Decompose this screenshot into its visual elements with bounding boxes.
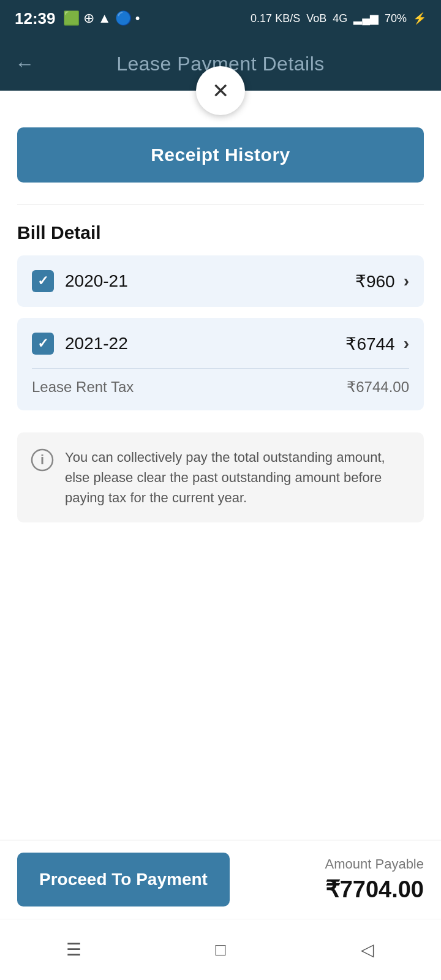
bill-amount-2020: ₹960 [355,271,395,292]
battery-icon: ⚡ [413,12,426,25]
bill-row-2021[interactable]: ✓ 2021-22 ₹6744 › Lease Rent Tax ₹6744.0… [17,318,424,410]
status-right: 0.17 KB/S VoB 4G ▂▄▆ 70% ⚡ [251,12,426,25]
notification-icons: 🟩 ⊕ ▲ 🔵 • [63,10,140,26]
android-back-icon: ◁ [361,940,374,960]
signal-bars: ▂▄▆ [353,12,379,25]
android-menu-button[interactable]: ☰ [55,932,92,968]
home-icon: □ [216,940,226,960]
main-content: Receipt History Bill Detail ✓ 2020-21 ₹9… [0,91,441,522]
menu-icon: ☰ [66,940,81,960]
chevron-right-2020: › [404,271,409,291]
bill-row-header-2020: ✓ 2020-21 ₹960 › [32,270,409,292]
android-back-button[interactable]: ◁ [349,932,386,968]
status-time: 12:39 [15,9,56,28]
bill-year-2020: 2020-21 [65,271,128,291]
bill-detail-title: Bill Detail [17,222,424,243]
info-icon: i [31,448,54,472]
divider-1 [17,205,424,205]
bill-row-left-2020: ✓ 2020-21 [32,270,128,292]
checkmark-2020: ✓ [37,273,48,289]
android-nav-bar: ☰ □ ◁ [0,919,441,980]
bill-amount-row-2020: ₹960 › [355,271,409,292]
bottom-bar: Proceed To Payment Amount Payable ₹7704.… [0,840,441,919]
svg-text:i: i [40,452,44,467]
info-box: i You can collectively pay the total out… [17,432,424,522]
bill-row-left-2021: ✓ 2021-22 [32,333,128,355]
bill-amount-2021: ₹6744 [345,334,394,354]
status-bar: 12:39 🟩 ⊕ ▲ 🔵 • 0.17 KB/S VoB 4G ▂▄▆ 70%… [0,0,441,37]
checkmark-2021: ✓ [37,336,48,352]
close-button[interactable]: ✕ [196,66,245,115]
lease-rent-tax-amount: ₹6744.00 [347,379,409,396]
network-speed: 0.17 KB/S [251,12,300,25]
close-btn-wrapper: ✕ [196,66,245,115]
checkbox-2021[interactable]: ✓ [32,333,54,355]
checkbox-2020[interactable]: ✓ [32,270,54,292]
bill-sub-detail-2021: Lease Rent Tax ₹6744.00 [32,368,409,396]
chevron-right-2021: › [404,334,409,353]
android-home-button[interactable]: □ [202,932,239,968]
receipt-history-button[interactable]: Receipt History [17,127,424,183]
battery: 70% [385,12,407,25]
bill-detail-section: Bill Detail ✓ 2020-21 ₹960 › [17,222,424,410]
amount-payable-value: ₹7704.00 [325,876,424,902]
amount-payable-label: Amount Payable [325,856,424,872]
proceed-to-payment-button[interactable]: Proceed To Payment [17,853,230,907]
bill-row-2020[interactable]: ✓ 2020-21 ₹960 › [17,255,424,307]
bill-year-2021: 2021-22 [65,334,128,353]
bill-row-header-2021: ✓ 2021-22 ₹6744 › [32,333,409,355]
amount-payable-section: Amount Payable ₹7704.00 [325,856,424,903]
signal-4g: 4G [333,12,347,25]
info-text: You can collectively pay the total outst… [65,447,410,508]
bill-amount-row-2021: ₹6744 › [345,334,409,354]
status-left: 12:39 🟩 ⊕ ▲ 🔵 • [15,9,140,28]
back-button[interactable]: ← [15,53,34,75]
network-type: VoB [306,12,326,25]
lease-rent-tax-label: Lease Rent Tax [32,379,134,396]
